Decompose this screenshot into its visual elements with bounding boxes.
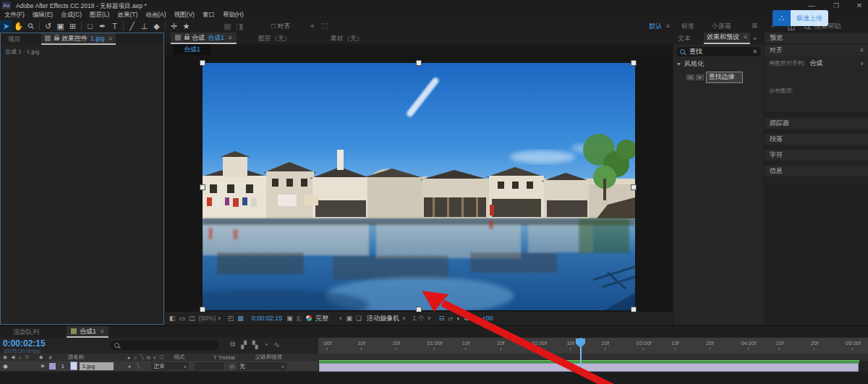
align-panel-header[interactable]: 对齐 ≡: [765, 45, 868, 56]
parent-column[interactable]: 父级和链接: [255, 354, 283, 361]
distribute-vcenter-button[interactable]: [786, 98, 797, 108]
pan-behind-tool[interactable]: ⊞: [67, 20, 79, 32]
layer-name[interactable]: 1.jpg: [80, 362, 114, 370]
align-menu-icon[interactable]: ≡: [860, 47, 864, 54]
eraser-tool[interactable]: ◆: [150, 20, 163, 32]
tab-footage[interactable]: 素材（无）: [331, 34, 363, 43]
layer-trkmat-cell[interactable]: [195, 362, 224, 370]
paragraph-panel-header[interactable]: 段落: [765, 134, 868, 145]
view-layout-select[interactable]: 1 个: [412, 314, 425, 323]
clone-stamp-tool[interactable]: ⊥: [138, 20, 150, 32]
pixel-aspect-icon[interactable]: ▱: [448, 315, 453, 322]
menu-item[interactable]: 合成(C): [61, 11, 82, 20]
camera-chevron-icon[interactable]: ∨: [402, 315, 406, 321]
brush-tool[interactable]: ╱: [126, 20, 138, 32]
tab-project[interactable]: 项目: [8, 35, 21, 44]
tab-timeline-comp[interactable]: 合成1 ≡: [67, 326, 109, 338]
menu-item[interactable]: 编辑(E): [33, 11, 53, 20]
menu-item[interactable]: 视图(V): [174, 11, 195, 20]
selection-handle[interactable]: [631, 60, 637, 66]
distribute-bottom-button[interactable]: [802, 98, 814, 108]
preview-panel-header[interactable]: 预览: [765, 33, 868, 43]
selection-handle[interactable]: [631, 184, 637, 190]
pen-tool[interactable]: ✒: [96, 20, 109, 32]
region-of-interest-icon[interactable]: ▣: [346, 315, 352, 322]
distribute-top-button[interactable]: [769, 98, 780, 108]
always-preview-icon[interactable]: ◧: [169, 315, 176, 322]
camera-select[interactable]: 活动摄像机: [367, 314, 399, 323]
selection-handle[interactable]: [200, 184, 205, 190]
distribute-right-button[interactable]: [852, 98, 864, 108]
share-view-icon[interactable]: ⊟: [439, 315, 445, 322]
panel-menu-icon[interactable]: ≡: [109, 35, 113, 42]
tab-composition[interactable]: 合成 合成1 ≡: [171, 33, 237, 44]
effects-search-box[interactable]: 查找 ✕: [676, 47, 761, 56]
align-bottom-button[interactable]: [852, 72, 864, 82]
timeline-search-box[interactable]: [110, 341, 218, 350]
zoom-chevron-icon[interactable]: ∨: [218, 315, 221, 321]
align-top-button[interactable]: [819, 72, 830, 82]
snapshot-icon[interactable]: ▣: [286, 315, 293, 322]
snap-checkbox[interactable]: □: [271, 22, 275, 30]
rotate-tool[interactable]: ↺: [42, 20, 54, 32]
layer-visibility-toggle[interactable]: ◉: [3, 363, 8, 370]
fast-previews-icon[interactable]: ◐: [456, 315, 460, 322]
align-vcenter-button[interactable]: [835, 72, 847, 82]
clear-search-icon[interactable]: ✕: [752, 48, 757, 55]
maximize-button[interactable]: ❐: [829, 2, 843, 9]
solo-column-icon[interactable]: ○: [19, 355, 22, 360]
resolution-chevron-icon[interactable]: ∨: [339, 315, 342, 321]
workspace-library[interactable]: 库: [752, 22, 758, 31]
type-tool[interactable]: T: [109, 20, 121, 32]
panel-menu-icon[interactable]: ≡: [744, 34, 748, 40]
tab-layer[interactable]: 图层（无）: [258, 34, 291, 43]
align-to-chevron-icon[interactable]: ∨: [860, 61, 864, 67]
more-panels-icon[interactable]: »: [753, 35, 756, 42]
video-column-icon[interactable]: ◉: [3, 354, 7, 360]
channels-icon[interactable]: [306, 315, 312, 321]
frame-blend-icon[interactable]: ▚: [252, 341, 258, 349]
guides-icon[interactable]: ❏: [356, 315, 362, 322]
menu-item[interactable]: 文件(F): [4, 11, 25, 20]
time-ruler[interactable]: :00f10f20f01:00f10f20f02:00f10f20f03:00f…: [318, 338, 868, 354]
tab-effects-presets[interactable]: 效果和预设 ≡: [704, 33, 750, 44]
menu-item[interactable]: 帮助(H): [223, 11, 244, 20]
layer-expand-arrow[interactable]: ▶: [41, 363, 45, 369]
selection-tool[interactable]: ➤: [0, 20, 12, 32]
parent-pickwhip-icon[interactable]: ◎: [229, 363, 234, 370]
distribute-hcenter-button[interactable]: [835, 98, 847, 108]
source-name-column[interactable]: 源名称: [68, 354, 85, 361]
workspace-default[interactable]: 默认: [649, 22, 662, 31]
comp-mini-flowchart-icon[interactable]: ⧉: [230, 340, 235, 349]
align-left-button[interactable]: [769, 72, 780, 82]
mode-column[interactable]: 模式: [174, 354, 184, 361]
timeline-timecode[interactable]: 0:00:02:15: [3, 338, 46, 349]
views-chevron-icon[interactable]: ∨: [427, 315, 431, 321]
category-disclosure-icon[interactable]: ▼: [676, 61, 681, 67]
character-panel-header[interactable]: 字符: [765, 150, 868, 161]
exposure-icon[interactable]: ☼: [472, 315, 478, 322]
layer-label-chip[interactable]: [49, 363, 56, 370]
layer-quality-switch[interactable]: ╲: [137, 363, 140, 369]
effect-find-edges[interactable]: 查找边缘: [706, 72, 743, 83]
trkmat-column[interactable]: T TrkMat: [213, 354, 234, 361]
tab-effect-controls[interactable]: 效果控件 1.jpg ≡: [41, 33, 116, 45]
shy-icon[interactable]: ▞: [241, 341, 247, 349]
minimize-button[interactable]: —: [804, 1, 819, 9]
timeline-button-icon[interactable]: ⧉: [464, 315, 469, 323]
layer-mode-select[interactable]: 正常 ∨: [151, 362, 189, 370]
motion-blur-icon[interactable]: ◔: [264, 341, 268, 349]
comp-image-layer[interactable]: [203, 63, 635, 310]
layer-parent-select[interactable]: 无 ∨: [237, 362, 286, 370]
tab-text[interactable]: 文本: [678, 34, 691, 43]
selection-handle[interactable]: [416, 60, 422, 66]
align-hcenter-button[interactable]: [786, 72, 797, 82]
magnification-icon[interactable]: ▭: [179, 315, 186, 322]
audio-column-icon[interactable]: ◀: [11, 354, 14, 360]
exposure-value[interactable]: +00: [482, 315, 493, 322]
close-button[interactable]: ✕: [852, 1, 867, 9]
workspace-standard[interactable]: 标准: [681, 22, 694, 31]
menu-item[interactable]: 动画(A): [145, 11, 166, 20]
dual-view-icon[interactable]: ◫: [189, 315, 195, 322]
workspace-menu-icon[interactable]: ≡: [666, 23, 670, 30]
